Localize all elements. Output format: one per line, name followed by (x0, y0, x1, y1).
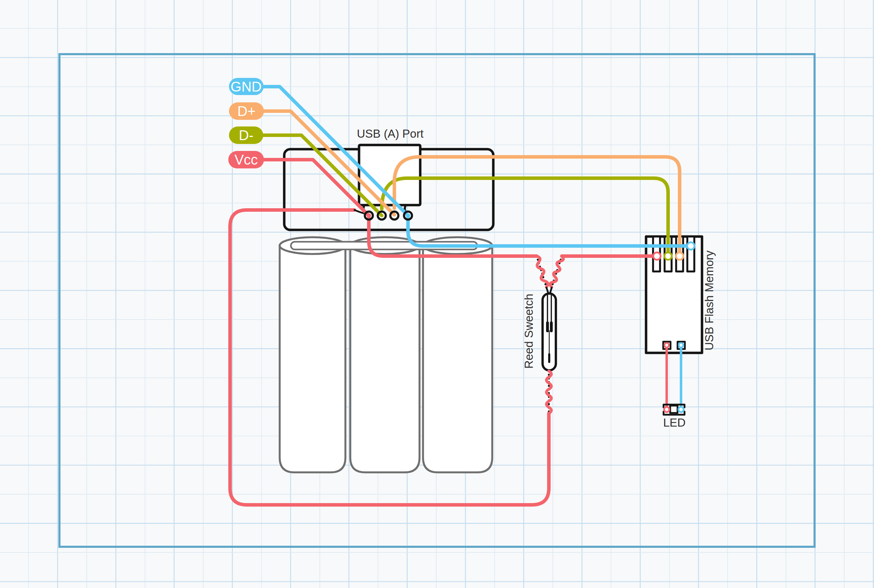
pill-dplus-label: D+ (238, 104, 256, 119)
pill-gnd[interactable]: GND (229, 78, 263, 95)
signal-pills: GND D+ D- Vcc (228, 78, 264, 168)
flash-terminal-vcc (653, 253, 661, 260)
flash-title: USB Flash Memory (703, 250, 716, 350)
flash-terminal-dminus (665, 253, 672, 260)
wire-gnd[interactable] (263, 87, 691, 246)
wire-twist[interactable] (537, 256, 548, 287)
pill-dminus-label: D- (239, 128, 253, 143)
led-title: LED (663, 416, 686, 429)
battery-cell-body (423, 246, 492, 472)
led[interactable] (663, 405, 684, 415)
led-terminal-cathode (678, 407, 684, 412)
reed-switch-title: Reed Sweetch (522, 294, 535, 369)
pin-dot-dminus (380, 207, 384, 210)
flash-terminal-dplus (676, 253, 683, 260)
led-terminal-anode (664, 407, 669, 412)
usb-port-title: USB (A) Port (357, 127, 424, 140)
pin-dot-gnd (406, 213, 411, 218)
flash-pad-dot-blue (679, 343, 683, 348)
pill-vcc-label: Vcc (235, 152, 258, 167)
battery-pack[interactable] (280, 237, 492, 472)
flash-terminal-gnd (687, 243, 695, 250)
wire-twist[interactable] (550, 256, 564, 287)
diagram-canvas: GND D+ D- Vcc USB (A) Port Reed Sweetch … (0, 0, 874, 588)
flash-pad-dot-red (665, 343, 669, 348)
pill-gnd-label: GND (231, 79, 262, 94)
led-chip (670, 406, 677, 413)
reed-switch[interactable] (543, 294, 556, 370)
pin-dot-dplus (393, 207, 396, 210)
battery-cell-body (350, 246, 420, 472)
pill-dminus[interactable]: D- (229, 126, 263, 144)
pill-vcc[interactable]: Vcc (228, 151, 264, 168)
pin-dot-vcc (367, 213, 371, 218)
pill-dplus[interactable]: D+ (229, 102, 264, 120)
battery-cell-body (280, 246, 345, 472)
